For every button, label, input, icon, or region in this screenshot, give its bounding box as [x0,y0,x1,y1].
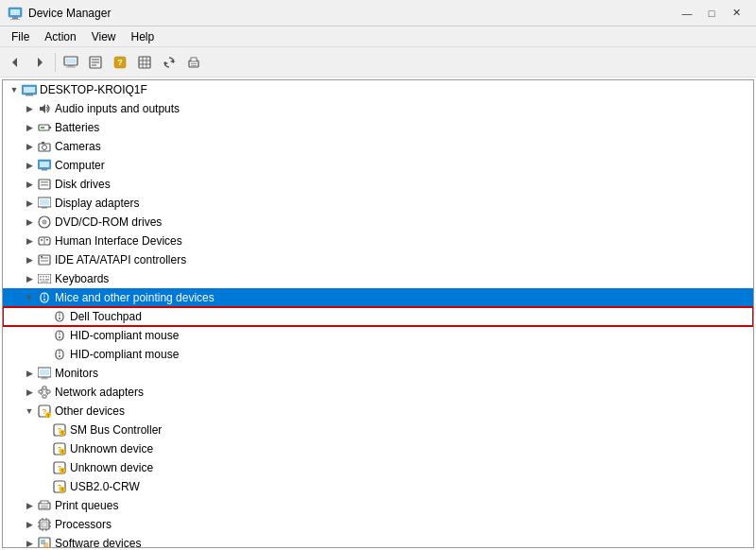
network-label: Network adapters [55,386,144,399]
tree-item-mice[interactable]: ▼ Mice and other pointing devices [3,288,753,307]
tree-item-smbus[interactable]: ? ! SM Bus Controller [3,421,753,439]
svg-rect-81 [41,379,48,380]
tree-item-processors[interactable]: ▶ Processors [3,515,753,534]
batteries-expand[interactable]: ▶ [22,120,37,135]
tree-item-disk[interactable]: ▶ Disk drives [3,175,753,194]
svg-rect-44 [40,199,49,205]
tree-item-computer[interactable]: ▶ Computer [3,156,753,175]
tree-item-keyboards[interactable]: ▶ Keyboards [3,269,753,288]
hid-mouse1-icon [52,328,67,343]
device-tree[interactable]: ▼ DESKTOP-KROIQ1F ▶ Audio inputs and [2,79,754,548]
tree-item-hid[interactable]: ▶ Human Interface Devices [3,232,753,250]
maximize-button[interactable]: □ [699,4,724,23]
software-label: Software devices [55,537,141,548]
tree-item-other[interactable]: ▼ ? ! Other devices [3,402,753,421]
print-expand[interactable]: ▶ [22,498,37,513]
tree-item-software[interactable]: ▶ Software devices [3,534,753,548]
svg-rect-3 [10,19,20,20]
hid-icon [37,233,52,249]
print-icon [37,498,52,513]
menu-view[interactable]: View [84,28,124,45]
svg-point-77 [59,355,60,357]
tree-item-print[interactable]: ▶ Print queues [3,496,753,515]
tree-item-unknown2[interactable]: ? ! Unknown device [3,458,753,477]
svg-rect-82 [39,390,43,393]
svg-rect-83 [46,390,50,393]
dvd-expand[interactable]: ▶ [22,215,37,230]
audio-icon [37,101,52,116]
tree-item-ide[interactable]: ▶ IDE ATA/ATAPI controllers [3,250,753,269]
tree-item-dell-touchpad[interactable]: Dell Touchpad [3,307,753,326]
svg-rect-126 [43,542,48,547]
toolbar-computer[interactable] [60,51,82,74]
menu-bar: File Action View Help [0,26,756,47]
menu-file[interactable]: File [4,28,37,45]
cameras-expand[interactable]: ▶ [22,139,37,154]
toolbar-back[interactable] [4,51,26,74]
toolbar-grid[interactable] [133,51,156,74]
tree-item-unknown1[interactable]: ? ! Unknown device [3,439,753,458]
software-expand[interactable]: ▶ [22,536,37,548]
usb2crw-label: USB2.0-CRW [70,480,140,493]
unknown1-label: Unknown device [70,442,153,455]
keyboards-expand[interactable]: ▶ [22,271,37,286]
tree-item-hid-mouse1[interactable]: HID-compliant mouse [3,326,753,345]
tree-root[interactable]: ▼ DESKTOP-KROIQ1F [3,80,753,99]
keyboards-label: Keyboards [55,272,109,285]
svg-rect-16 [139,57,150,68]
tree-item-cameras[interactable]: ▶ Cameras [3,137,753,156]
computer-label: Computer [55,159,105,172]
toolbar-forward[interactable] [28,51,51,74]
other-expand[interactable]: ▼ [22,404,37,419]
toolbar-help[interactable]: ? [109,51,131,74]
tree-item-audio[interactable]: ▶ Audio inputs and outputs [3,99,753,118]
svg-rect-58 [40,276,42,278]
svg-marker-30 [40,104,45,113]
toolbar-print[interactable] [182,51,205,74]
hid-mouse2-label: HID-compliant mouse [70,348,179,361]
usb2crw-icon: ? ! [52,479,67,494]
tree-item-batteries[interactable]: ▶ Batteries [3,118,753,137]
hid-expand[interactable]: ▶ [22,233,37,249]
menu-help[interactable]: Help [124,28,163,45]
tree-item-hid-mouse2[interactable]: HID-compliant mouse [3,345,753,364]
svg-rect-111 [41,501,48,504]
menu-action[interactable]: Action [37,28,83,45]
tree-item-usb2crw[interactable]: ? ! USB2.0-CRW [3,477,753,496]
svg-rect-9 [66,66,76,67]
minimize-button[interactable]: — [675,4,699,23]
unknown2-label: Unknown device [70,461,153,474]
display-expand[interactable]: ▶ [22,196,37,211]
svg-point-74 [59,336,60,338]
svg-rect-79 [40,370,49,375]
tree-item-dvd[interactable]: ▶ DVD/CD-ROM drives [3,213,753,232]
ide-expand[interactable]: ▶ [22,252,37,267]
network-expand[interactable]: ▶ [22,385,37,400]
tree-item-network[interactable]: ▶ Network adapters [3,383,753,402]
svg-rect-41 [41,181,48,183]
close-button[interactable]: ✕ [724,4,748,23]
computer-expand[interactable]: ▶ [22,158,37,173]
svg-point-71 [59,318,60,319]
display-icon [37,196,52,211]
svg-point-68 [43,299,45,301]
toolbar-refresh[interactable] [158,51,180,74]
toolbar-properties[interactable] [84,51,107,74]
tree-item-display[interactable]: ▶ Display adapters [3,194,753,213]
audio-expand[interactable]: ▶ [22,101,37,116]
tree-item-monitors[interactable]: ▶ Monitors [3,364,753,383]
root-icon [22,82,37,97]
svg-rect-32 [49,127,51,129]
svg-rect-112 [41,506,48,507]
disk-expand[interactable]: ▶ [22,177,37,192]
processors-expand[interactable]: ▶ [22,517,37,532]
svg-rect-65 [41,282,48,283]
svg-rect-2 [12,17,18,19]
svg-text:?: ? [117,58,123,67]
svg-rect-61 [48,276,49,278]
root-expand[interactable]: ▼ [7,82,22,97]
monitors-expand[interactable]: ▶ [22,366,37,381]
cameras-icon [37,139,52,154]
mice-expand[interactable]: ▼ [22,290,37,305]
svg-rect-45 [42,207,47,209]
